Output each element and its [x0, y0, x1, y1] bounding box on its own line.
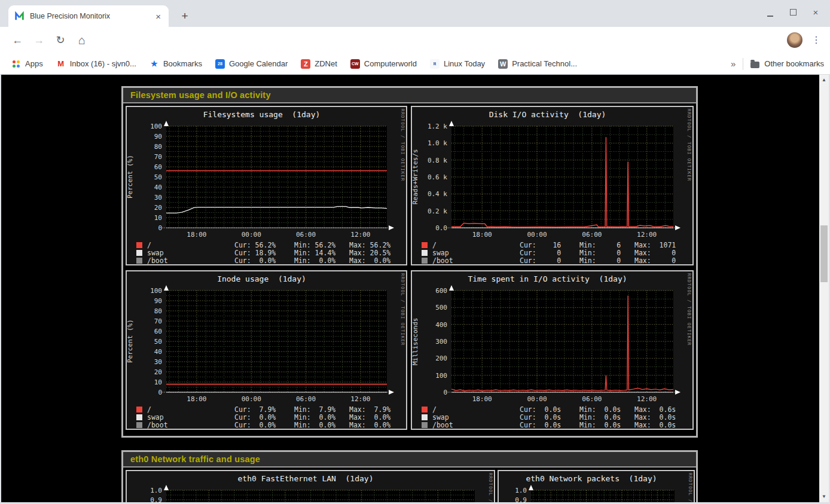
- scroll-up-icon[interactable]: ▲: [819, 75, 829, 85]
- legend-name: swap: [147, 413, 234, 421]
- legend-max: Max: 0.0%: [349, 421, 390, 429]
- window-maximize-button[interactable]: [788, 7, 798, 17]
- legend-row: /bootCur: 0.0%Min: 0.0%Max: 0.0%: [127, 256, 406, 264]
- svg-text:400: 400: [435, 321, 447, 329]
- svg-text:1.0 k: 1.0 k: [428, 139, 447, 147]
- chart-time-in-io[interactable]: RRDTOOL / TOBI OETIKERTime spent in I/O …: [411, 270, 694, 430]
- bookmark-zdnet[interactable]: ZZDNet: [295, 56, 343, 72]
- legend-row: /bootCur: 0Min: 0Max: 0: [412, 256, 692, 264]
- legend-name: /boot: [147, 421, 234, 429]
- svg-text:80: 80: [154, 143, 162, 151]
- monitorix-page: Filesystem usage and I/O activity RRDTOO…: [1, 75, 819, 502]
- page-area: Filesystem usage and I/O activity RRDTOO…: [0, 75, 830, 504]
- new-tab-button[interactable]: +: [177, 9, 193, 25]
- legend-swatch: [422, 258, 428, 264]
- chart-eth0-lan[interactable]: RRDTOOL / TOBI OETIKEReth0 FastEthernet …: [126, 470, 495, 502]
- legend-row: /bootCur: 0.0sMin: 0.0sMax: 0.0s: [412, 421, 692, 429]
- svg-text:300: 300: [435, 338, 447, 346]
- legend-swatch: [136, 242, 142, 248]
- chart-title: Time spent in I/O activity (1day): [412, 274, 683, 283]
- plot-canvas: 600500400300200100018:0000:0006:0012:00: [413, 285, 682, 404]
- bookmark-bookmarks[interactable]: ★Bookmarks: [144, 56, 208, 72]
- browser-tab[interactable]: Blue Precision Monitorix ×: [8, 5, 169, 27]
- legend-name: swap: [432, 249, 520, 257]
- legend-name: swap: [432, 413, 520, 421]
- svg-text:00:00: 00:00: [242, 231, 261, 239]
- wordpress-icon: W: [498, 59, 508, 69]
- svg-text:200: 200: [435, 355, 447, 362]
- svg-text:40: 40: [154, 184, 162, 191]
- legend-cur: Cur: 18.9%: [234, 249, 294, 257]
- legend-name: /boot: [147, 256, 234, 265]
- scrollbar[interactable]: ▲ ▼: [819, 75, 829, 502]
- svg-text:100: 100: [150, 123, 162, 130]
- legend-name: /boot: [432, 421, 520, 429]
- other-bookmarks-label: Other bookmarks: [764, 59, 824, 68]
- legend-max: Max: 0: [634, 256, 676, 265]
- legend-name: /: [432, 241, 520, 249]
- chart-title: Inode usage (1day): [127, 274, 396, 283]
- y-axis-label: Percent (%): [126, 291, 134, 392]
- legend-max: Max: 0.0s: [634, 421, 676, 429]
- avatar[interactable]: [787, 32, 802, 48]
- back-icon[interactable]: ←: [10, 32, 25, 48]
- svg-text:12:00: 12:00: [637, 395, 657, 403]
- computerworld-icon: CW: [350, 59, 360, 69]
- legend-name: swap: [147, 249, 234, 257]
- browser-window: Blue Precision Monitorix × + × ← → ↻ ⌂ i…: [0, 0, 830, 504]
- home-icon[interactable]: ⌂: [74, 32, 90, 48]
- reload-icon[interactable]: ↻: [53, 32, 68, 48]
- legend-max: Max: 0.0%: [349, 256, 390, 265]
- divider: [743, 58, 743, 70]
- chart-inode-usage[interactable]: RRDTOOL / TOBI OETIKERInode usage (1day)…: [126, 270, 407, 430]
- legend-name: /: [432, 405, 520, 414]
- legend-swatch: [136, 407, 142, 413]
- bookmark-linux-today[interactable]: ltLinux Today: [425, 56, 490, 72]
- svg-text:1.0: 1.0: [515, 487, 527, 494]
- chart-title: Disk I/O activity (1day): [412, 110, 683, 119]
- section-title: Filesystem usage and I/O activity: [123, 90, 271, 100]
- svg-text:18:00: 18:00: [187, 231, 206, 239]
- bookmark-inbox-16-sjvn0[interactable]: MInbox (16) - sjvn0...: [51, 56, 142, 72]
- scroll-down-icon[interactable]: ▼: [819, 492, 829, 502]
- bookmarks-overflow-icon[interactable]: »: [731, 59, 736, 69]
- apps-grid-icon: [11, 59, 21, 69]
- bookmark-label: ZDNet: [315, 59, 337, 68]
- scrollbar-thumb[interactable]: [820, 225, 828, 282]
- legend-min: Min: 6: [579, 241, 634, 249]
- legend-swatch: [422, 407, 428, 413]
- bookmark-practical-technol[interactable]: WPractical Technol...: [493, 56, 582, 72]
- svg-text:90: 90: [154, 297, 162, 305]
- chart-eth0-packets[interactable]: RRDTOOL / TOBI OETIKEReth0 Network packe…: [498, 470, 695, 502]
- bookmark-computerworld[interactable]: CWComputerworld: [345, 56, 422, 72]
- chart-filesystems-usage[interactable]: RRDTOOL / TOBI OETIKERFilesystems usage …: [126, 106, 407, 265]
- window-close-button[interactable]: ×: [811, 7, 820, 17]
- svg-text:100: 100: [150, 287, 162, 295]
- rrdtool-watermark: RRDTOOL / TOBI OETIKER: [686, 109, 692, 181]
- rrdtool-watermark: RRDTOOL / TOBI OETIKER: [400, 273, 405, 346]
- svg-text:0.2 k: 0.2 k: [428, 207, 447, 215]
- legend-swatch: [422, 250, 428, 256]
- window-minimize-button[interactable]: [765, 7, 775, 17]
- bookmark-apps[interactable]: Apps: [6, 56, 48, 72]
- section-filesystem: Filesystem usage and I/O activity RRDTOO…: [121, 86, 698, 438]
- legend-min: Min: 0.0s: [579, 413, 634, 421]
- rrdtool-watermark: RRDTOOL / TOBI OETIKER: [686, 273, 692, 346]
- plot-canvas: 100908070605040302010018:0000:0006:0012:…: [128, 120, 395, 240]
- legend-swatch: [422, 422, 428, 428]
- legend-max: Max: 7.9%: [349, 405, 390, 414]
- browser-menu-icon[interactable]: ⋮: [808, 32, 824, 48]
- svg-text:0: 0: [158, 224, 162, 232]
- svg-text:60: 60: [154, 163, 162, 171]
- legend-max: Max: 56.2%: [349, 241, 390, 249]
- other-bookmarks-button[interactable]: Other bookmarks: [750, 59, 824, 68]
- forward-icon[interactable]: →: [31, 32, 47, 48]
- bookmark-google-calendar[interactable]: 28Google Calendar: [210, 56, 293, 72]
- chart-disk-io-activity[interactable]: RRDTOOL / TOBI OETIKERDisk I/O activity …: [411, 106, 694, 265]
- svg-text:30: 30: [154, 194, 162, 201]
- legend-row: /Cur: 0.0sMin: 0.0sMax: 0.6s: [412, 405, 692, 413]
- legend-cur: Cur: 16: [520, 241, 579, 249]
- linuxtoday-icon: lt: [430, 59, 440, 69]
- svg-text:50: 50: [154, 338, 162, 346]
- tab-close-icon[interactable]: ×: [154, 12, 163, 21]
